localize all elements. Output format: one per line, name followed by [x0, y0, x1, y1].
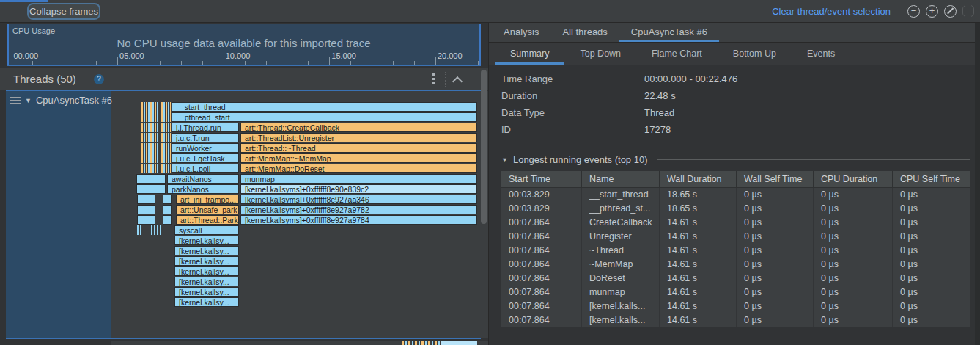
- table-header-cell[interactable]: CPU Duration: [814, 171, 893, 187]
- ruler-tick-label: 10.000: [226, 51, 251, 60]
- cpu-profiler-window: Collapse frames Clear thread/event selec…: [0, 0, 980, 345]
- section-collapse-icon[interactable]: ▼: [501, 156, 508, 164]
- table-row[interactable]: 00:07.864~Thread14.61 s0 µs0 µs0 µs: [501, 244, 970, 258]
- tab-all-threads[interactable]: All threads: [550, 23, 619, 42]
- flame-bar[interactable]: j.u.c.L.poll: [172, 164, 239, 173]
- zoom-in-icon[interactable]: +: [926, 5, 938, 18]
- table-cell: 0 µs: [737, 272, 814, 286]
- flame-bar[interactable]: [kernel.kallsy...: [174, 246, 239, 255]
- flame-bar[interactable]: art::MemMap::~MemMap: [240, 153, 477, 163]
- ruler-tick-label: 15.000: [331, 51, 356, 60]
- longest-events-section-header: ▼ Longest running events (top 10): [501, 154, 970, 165]
- flame-bar[interactable]: [kernel.kallsy...: [174, 287, 239, 297]
- view-tab-bar: SummaryTop DownFlame ChartBottom UpEvent…: [489, 43, 976, 65]
- flame-bar[interactable]: [kernel.kallsy...: [174, 297, 239, 307]
- expand-triangle-icon[interactable]: ▼: [25, 97, 32, 104]
- zoom-out-icon[interactable]: −: [907, 5, 920, 18]
- table-cell: 00:07.864: [501, 272, 582, 286]
- table-header-cell[interactable]: Wall Self Time: [737, 171, 814, 187]
- flame-bar[interactable]: munmap: [240, 174, 477, 184]
- collapse-panel-icon[interactable]: [452, 76, 463, 87]
- table-row[interactable]: 00:03.829__start_thread18.65 s0 µs0 µs0 …: [501, 188, 970, 202]
- longest-events-table: Start TimeNameWall DurationWall Self Tim…: [501, 171, 970, 327]
- table-header-cell[interactable]: Name: [582, 171, 660, 187]
- flame-bar[interactable]: __pthread_start: [172, 112, 477, 122]
- summary-section: Time Range00:00.000 - 00:22.476Duration2…: [501, 70, 956, 138]
- clear-selection-link[interactable]: Clear thread/event selection: [772, 6, 891, 17]
- flame-bar[interactable]: parkNanos: [167, 184, 239, 194]
- ruler-tick: [181, 61, 182, 65]
- summary-label: Data Type: [501, 107, 644, 118]
- table-cell: 00:07.864: [501, 216, 582, 230]
- tab-events[interactable]: Events: [792, 43, 850, 65]
- thread-row-label[interactable]: ▼ CpuAsyncTask #6: [6, 91, 111, 338]
- flame-bar[interactable]: art::Thread::~Thread: [240, 143, 477, 153]
- ruler-tick: [435, 57, 436, 65]
- callstack-stripes: [141, 102, 158, 112]
- table-row[interactable]: 00:07.864munmap14.61 s0 µs0 µs0 µs: [501, 286, 970, 299]
- table-row[interactable]: 00:07.864[kernel.kalls...14.61 s0 µs0 µs…: [501, 299, 970, 313]
- callstack-stripes: [141, 153, 158, 163]
- next-thread-callstack-stripes: [402, 341, 440, 345]
- tab-top-down[interactable]: Top Down: [564, 43, 636, 65]
- table-row[interactable]: 00:07.864DoReset14.61 s0 µs0 µs0 µs: [501, 272, 970, 286]
- flame-bar[interactable]: [kernel.kallsyms]+0xffffff8e927a9784: [240, 215, 477, 225]
- flame-bar[interactable]: [kernel.kallsy...: [174, 256, 239, 266]
- flame-bar[interactable]: art::Thread::Park: [176, 215, 239, 225]
- flame-bar[interactable]: j.l.Thread.run: [172, 123, 239, 132]
- table-cell: 0 µs: [814, 313, 893, 327]
- flame-bar[interactable]: [kernel.kallsyms]+0xffffff8e90e839c2: [240, 184, 477, 194]
- more-options-icon[interactable]: [432, 73, 435, 85]
- drag-handle-icon[interactable]: [10, 97, 21, 104]
- table-row[interactable]: 00:07.864[kernel.kalls...14.61 s0 µs0 µs…: [501, 313, 970, 327]
- callstack-stripes: [137, 205, 155, 214]
- tab-cpuasynctask-6[interactable]: CpuAsyncTask #6: [619, 23, 719, 42]
- table-cell: 18.65 s: [660, 202, 737, 216]
- table-cell: DoReset: [582, 272, 660, 286]
- flame-bar[interactable]: syscall: [174, 225, 239, 235]
- flame-bar[interactable]: __start_thread: [172, 102, 477, 112]
- flame-bar[interactable]: [kernel.kallsy...: [174, 277, 239, 286]
- table-row[interactable]: 00:03.829__pthread_st...18.65 s0 µs0 µs0…: [501, 202, 970, 216]
- flame-bar[interactable]: j.u.c.T.run: [172, 133, 239, 142]
- reset-zoom-icon[interactable]: [944, 5, 957, 18]
- vertical-scrollbar[interactable]: [481, 70, 487, 224]
- flame-bar[interactable]: runWorker: [172, 143, 239, 153]
- tab-analysis[interactable]: Analysis: [492, 23, 550, 42]
- flame-bar[interactable]: art::MemMap::DoReset: [240, 164, 477, 173]
- table-row[interactable]: 00:07.864~MemMap14.61 s0 µs0 µs0 µs: [501, 258, 970, 272]
- flame-bar[interactable]: art::ThreadList::Unregister: [240, 133, 477, 142]
- table-cell: 14.61 s: [660, 286, 737, 299]
- analysis-tab-bar: AnalysisAll threadsCpuAsyncTask #6: [489, 23, 976, 43]
- flame-bar[interactable]: [kernel.kallsy...: [174, 266, 239, 276]
- flame-bar[interactable]: art::Thread::CreateCallback: [240, 123, 477, 132]
- table-row[interactable]: 00:07.864CreateCallback14.61 s0 µs0 µs0 …: [501, 216, 970, 230]
- cpu-usage-track[interactable]: CPU Usage No CPU usage data available fo…: [7, 24, 481, 66]
- flame-bar[interactable]: [kernel.kallsy...: [174, 236, 239, 245]
- table-cell: 0 µs: [893, 216, 970, 230]
- flame-bar[interactable]: [kernel.kallsyms]+0xffffff8e927a9782: [240, 205, 477, 214]
- table-cell: 0 µs: [737, 258, 814, 272]
- table-cell: 00:03.829: [501, 188, 582, 202]
- table-cell: 0 µs: [737, 230, 814, 244]
- ruler-tick: [32, 61, 33, 65]
- table-header-cell[interactable]: Wall Duration: [660, 171, 737, 187]
- table-header-cell[interactable]: Start Time: [501, 171, 582, 187]
- tab-summary[interactable]: Summary: [495, 43, 564, 65]
- ruler-tick: [350, 61, 351, 65]
- flame-bar[interactable]: art_jni_trampo...: [176, 195, 239, 204]
- flame-bar[interactable]: [kernel.kallsyms]+0xffffff8e927aa346: [240, 195, 477, 204]
- ruler-tick-label: 05.000: [119, 51, 144, 60]
- table-header-cell[interactable]: CPU Self Time: [893, 171, 970, 187]
- tab-bottom-up[interactable]: Bottom Up: [718, 43, 792, 65]
- tab-flame-chart[interactable]: Flame Chart: [636, 43, 718, 65]
- flame-bar[interactable]: j.u.c.T.getTask: [172, 153, 239, 163]
- table-cell: 0 µs: [814, 216, 893, 230]
- table-cell: munmap: [582, 286, 660, 299]
- table-row[interactable]: 00:07.864Unregister14.61 s0 µs0 µs0 µs: [501, 230, 970, 244]
- flame-bar[interactable]: art::Unsafe_park: [176, 205, 239, 214]
- help-icon[interactable]: ?: [94, 74, 104, 84]
- callstack-stripes: [141, 133, 158, 142]
- flame-bar[interactable]: awaitNanos: [167, 174, 239, 184]
- collapse-frames-button[interactable]: Collapse frames: [27, 3, 100, 20]
